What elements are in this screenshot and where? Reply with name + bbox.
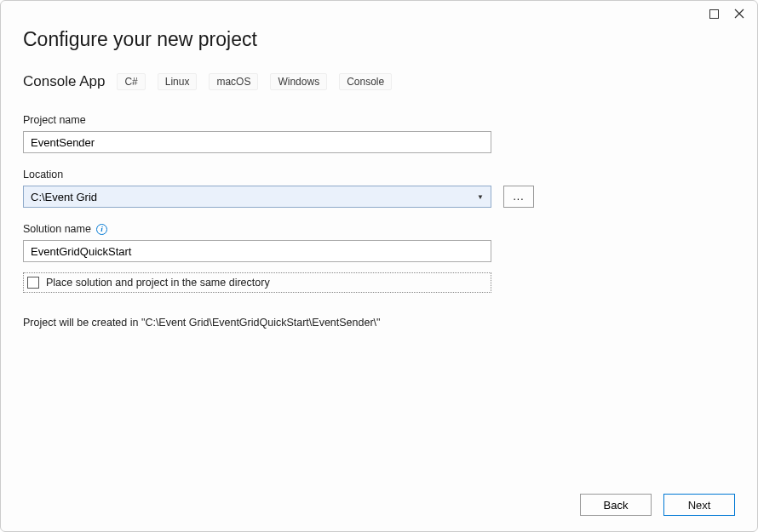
tag: C# bbox=[117, 73, 145, 90]
info-icon[interactable]: i bbox=[96, 224, 107, 235]
svg-rect-0 bbox=[709, 9, 718, 18]
browse-button[interactable]: ... bbox=[503, 186, 534, 208]
content-area: Configure your new project Console App C… bbox=[1, 1, 757, 329]
template-summary: Console App C# Linux macOS Windows Conso… bbox=[23, 73, 735, 90]
same-directory-checkbox[interactable] bbox=[27, 277, 39, 289]
project-name-label: Project name bbox=[23, 114, 735, 126]
page-title: Configure your new project bbox=[23, 28, 735, 51]
dialog-window: Configure your new project Console App C… bbox=[0, 0, 758, 532]
solution-name-label-text: Solution name bbox=[23, 223, 91, 235]
location-combobox[interactable]: C:\Event Grid ▼ bbox=[23, 186, 491, 208]
solution-name-label: Solution name i bbox=[23, 223, 735, 235]
close-icon[interactable] bbox=[733, 8, 745, 20]
same-directory-label: Place solution and project in the same d… bbox=[46, 277, 270, 289]
titlebar bbox=[696, 1, 757, 26]
back-button[interactable]: Back bbox=[580, 494, 652, 516]
solution-name-input[interactable] bbox=[23, 240, 491, 262]
chevron-down-icon: ▼ bbox=[477, 193, 484, 201]
maximize-icon[interactable] bbox=[708, 8, 720, 20]
tag: Linux bbox=[158, 73, 198, 90]
tag: Windows bbox=[270, 73, 327, 90]
template-name: Console App bbox=[23, 73, 105, 90]
tag: macOS bbox=[209, 73, 258, 90]
footer-buttons: Back Next bbox=[580, 494, 735, 516]
project-name-input[interactable] bbox=[23, 131, 491, 153]
tag: Console bbox=[339, 73, 392, 90]
same-directory-checkbox-row[interactable]: Place solution and project in the same d… bbox=[23, 272, 491, 293]
project-path-preview: Project will be created in "C:\Event Gri… bbox=[23, 317, 735, 329]
next-button[interactable]: Next bbox=[663, 494, 735, 516]
location-label: Location bbox=[23, 169, 735, 180]
location-value: C:\Event Grid bbox=[31, 191, 97, 203]
